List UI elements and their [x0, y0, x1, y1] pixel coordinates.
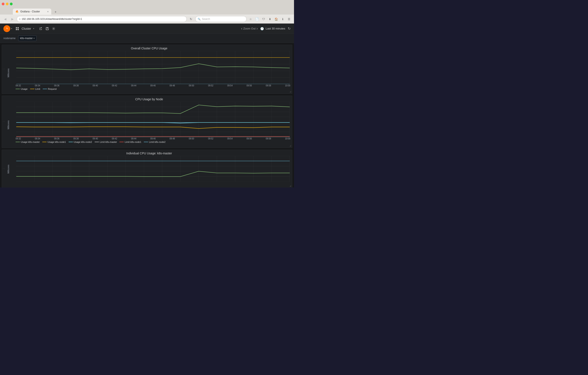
legend-usage: Usage	[16, 88, 28, 90]
svg-rect-1	[16, 27, 17, 28]
x-tick-0946: 09:46	[150, 85, 156, 87]
panel3-title: Individual CPU Usage: k8s-master	[8, 151, 290, 155]
forward-button[interactable]: ▶	[9, 16, 15, 22]
nodename-value: k8s-master	[20, 37, 33, 40]
grafana-logo-button[interactable]: ▾	[3, 25, 12, 32]
panel3-chart: 600 500 400 300 200	[16, 156, 290, 182]
panel3-drag-handle[interactable]: ⋮	[3, 168, 5, 170]
panel3-resize[interactable]: ⊿	[290, 185, 291, 187]
browser-actions: ☆ 📄 🛡 ⬇ 🏠 ℹ ☰	[248, 16, 292, 22]
clock-icon: 🕐	[260, 27, 264, 30]
panel2-title: CPU Usage by Node	[8, 97, 290, 101]
x-tick-0950: 09:50	[189, 85, 194, 87]
legend-usage-node1: Usage k8s-node1	[42, 141, 66, 143]
new-tab-button[interactable]: +	[53, 10, 58, 15]
x-tick-0956: 09:56	[247, 85, 252, 87]
search-bar[interactable]: 🔍 Search	[195, 16, 247, 22]
zoom-out-btn[interactable]: Zoom Out	[243, 27, 255, 30]
search-placeholder: Search	[202, 18, 210, 21]
x-tick-0940: 09:40	[93, 85, 98, 87]
browser-chrome: 🔥 Grafana - Cluster ✕ + ◀ ▶ ℹ 192.168.56…	[0, 0, 294, 23]
grafana-app: ▾ Cluster ▾ ‹	[0, 23, 294, 188]
logo-caret: ▾	[11, 27, 12, 30]
x-tick-0932: 09:32	[16, 85, 21, 87]
info-icon[interactable]: ℹ	[280, 16, 285, 22]
dashboard-caret: ▾	[33, 27, 34, 30]
panel-cpu-by-node: ⋮ CPU Usage by Node Millicores	[2, 96, 292, 148]
window-controls	[2, 3, 13, 5]
reload-button[interactable]: ↻	[188, 16, 194, 22]
panel2-chart-area: Millicores	[8, 102, 290, 148]
panel2-content: CPU Usage by Node Millicores	[2, 96, 292, 149]
legend-limit-node2: Limit k8s-node2	[144, 141, 166, 143]
panel1-resize[interactable]: ⊿	[290, 90, 291, 93]
browser-titlebar	[0, 0, 294, 8]
time-controls: ‹ Zoom Out › 🕐 Last 30 minutes ↻	[241, 26, 291, 31]
panel-content: Overall Cluster CPU Usage Millicores	[2, 45, 292, 96]
tab-title: Grafana - Cluster	[20, 10, 40, 13]
panel2-resize[interactable]: ⊿	[290, 145, 291, 147]
maximize-dot[interactable]	[10, 3, 13, 5]
reader-icon[interactable]: 📄	[254, 16, 260, 22]
url-text: 192.168.56.105:32314/dashboard/db/cluste…	[21, 18, 82, 21]
x-tick-0952: 09:52	[208, 85, 213, 87]
nodename-caret: ▾	[33, 37, 35, 39]
variables-bar: nodename k8s-master ▾	[0, 34, 294, 43]
svg-rect-6	[47, 27, 48, 28]
x-tick-0942: 09:42	[112, 85, 117, 87]
back-button[interactable]: ◀	[2, 16, 8, 22]
panel1-title: Overall Cluster CPU Usage	[8, 47, 290, 50]
panel2-y-label: Millicores	[7, 120, 10, 129]
grafana-logo	[3, 25, 10, 32]
panels-container: ⋮ Overall Cluster CPU Usage Millicores	[0, 43, 294, 188]
save-button[interactable]	[44, 25, 50, 32]
browser-tab-bar: 🔥 Grafana - Cluster ✕ +	[0, 8, 294, 15]
dashboard-icon	[16, 27, 19, 30]
active-tab[interactable]: 🔥 Grafana - Cluster ✕	[13, 9, 51, 15]
search-icon: 🔍	[198, 18, 201, 21]
svg-rect-3	[16, 29, 17, 30]
panel-overall-cpu: ⋮ Overall Cluster CPU Usage Millicores	[2, 45, 292, 94]
address-bar[interactable]: ℹ 192.168.56.105:32314/dashboard/db/clus…	[17, 16, 187, 22]
shield-icon[interactable]: 🛡	[261, 16, 266, 22]
time-range-label[interactable]: Last 30 minutes	[266, 27, 285, 30]
panel3-chart-area: Millicores	[8, 156, 290, 182]
left-arrow-btn[interactable]: ‹	[241, 26, 242, 31]
panel2-drag-handle[interactable]: ⋮	[3, 121, 5, 123]
y-axis-label: Millicores	[7, 68, 10, 77]
panel2-legend: Usage k8s-master Usage k8s-node1 Usage k…	[16, 140, 290, 144]
x-tick-0954: 09:54	[227, 85, 233, 87]
svg-rect-4	[18, 29, 19, 30]
right-arrow-btn[interactable]: ›	[256, 26, 258, 31]
panel2-chart: 350 300 250 200 150 100 50 0	[16, 102, 290, 137]
svg-point-8	[53, 28, 54, 29]
chart-area: Millicores	[8, 51, 290, 95]
panel-individual-cpu: ⋮ Individual CPU Usage: k8s-master Milli…	[2, 150, 292, 188]
bookmark-icon[interactable]: ☆	[248, 16, 253, 22]
grafana-header: ▾ Cluster ▾ ‹	[0, 23, 294, 34]
browser-toolbar: ◀ ▶ ℹ 192.168.56.105:32314/dashboard/db/…	[0, 15, 294, 23]
download-icon[interactable]: ⬇	[267, 16, 273, 22]
home-icon[interactable]: 🏠	[273, 16, 279, 22]
panel1-legend: Usage Limit Request	[16, 87, 290, 91]
menu-icon[interactable]: ☰	[286, 16, 292, 22]
x-tick-1000: 10:00	[285, 85, 290, 87]
minimize-dot[interactable]	[6, 3, 9, 5]
legend-limit-node1: Limit k8s-node1	[119, 141, 141, 143]
panel3-content: Individual CPU Usage: k8s-master Millico…	[2, 150, 292, 183]
nodename-select[interactable]: k8s-master ▾	[18, 35, 37, 41]
refresh-btn[interactable]: ↻	[288, 27, 291, 31]
dashboard-title[interactable]: Cluster ▾	[16, 27, 34, 30]
tab-close-icon[interactable]: ✕	[47, 11, 49, 13]
share-button[interactable]	[38, 25, 44, 32]
x-tick-0938: 09:38	[73, 85, 79, 87]
legend-limit-master: Limit k8s-master	[95, 141, 117, 143]
close-dot[interactable]	[2, 3, 4, 5]
panel-drag-handle[interactable]: ⋮	[3, 68, 5, 71]
svg-rect-2	[18, 27, 19, 28]
x-tick-0936: 09:36	[54, 85, 59, 87]
dashboard-name: Cluster	[21, 27, 31, 30]
tab-favicon: 🔥	[15, 10, 19, 13]
settings-button[interactable]	[50, 25, 57, 32]
panel1-chart: 1.0 K 800 600 400 200 0	[16, 51, 290, 84]
